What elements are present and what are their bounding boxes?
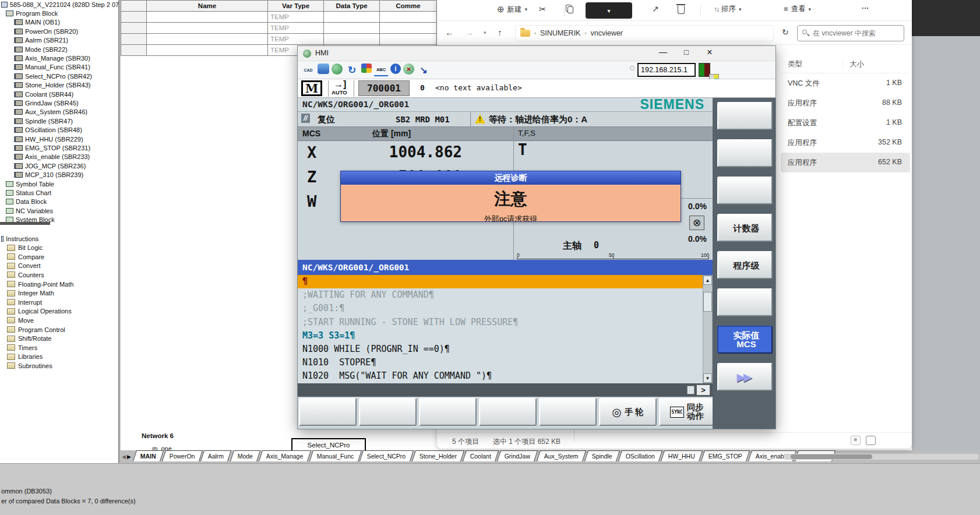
instruction-item[interactable]: Timers: [0, 343, 118, 352]
vnc-toolbar-icon[interactable]: CAD: [301, 64, 315, 76]
block-tab[interactable]: Coolant: [463, 450, 499, 461]
hmi-titlebar[interactable]: HMI — □ ×: [298, 46, 775, 61]
tree-item[interactable]: PowerOn (SBR20): [0, 27, 118, 36]
file-row[interactable]: 应用程序 88 KB: [781, 93, 910, 113]
vnc-toolbar-icon[interactable]: ABC: [374, 64, 388, 76]
instruction-item[interactable]: Convert: [0, 262, 118, 271]
tree-item[interactable]: EMG_STOP (SBR231): [0, 143, 118, 152]
instruction-item[interactable]: Bit Logic: [0, 243, 118, 252]
cut-button[interactable]: ✂: [535, 2, 551, 17]
close-button[interactable]: ×: [701, 47, 718, 58]
tree-item[interactable]: Program Block: [0, 9, 118, 17]
new-button[interactable]: ⊕ 新建 ▾: [493, 2, 531, 17]
tree-item[interactable]: Mode (SBR22): [0, 45, 118, 54]
tree-item[interactable]: Aux_System (SBR46): [0, 108, 118, 117]
maximize-button[interactable]: □: [678, 48, 695, 57]
tree-item[interactable]: Coolant (SBR44): [0, 90, 118, 98]
file-row[interactable]: 应用程序 652 KB: [781, 153, 910, 172]
block-tab[interactable]: Axis_Manage: [259, 450, 311, 461]
var-row[interactable]: TEMP: [121, 12, 437, 23]
scroll-down-icon[interactable]: ▼: [703, 373, 712, 383]
history-chevron-icon[interactable]: ▾: [484, 30, 487, 36]
softkey[interactable]: [717, 288, 773, 316]
block-tab[interactable]: OScillation: [618, 450, 662, 461]
copy-button[interactable]: [562, 2, 577, 16]
softkey[interactable]: [299, 398, 357, 426]
instruction-item[interactable]: Libraries: [0, 352, 118, 362]
tree-item[interactable]: JOG_MCP (SBR236): [0, 161, 118, 170]
scroll-thumb[interactable]: [703, 292, 712, 312]
hscroll-right-icon[interactable]: >: [696, 385, 710, 396]
tree-hscrollbar-thumb[interactable]: [0, 222, 50, 225]
softkey[interactable]: [359, 398, 417, 426]
project-root[interactable]: 585-088_X_V221024 (828D Step 2 07.0: [0, 0, 118, 9]
vnc-toolbar-icon[interactable]: ×: [403, 64, 414, 75]
var-type-cell[interactable]: TEMP: [268, 12, 324, 23]
tree-item[interactable]: MCP_310 (SBR239): [0, 170, 118, 179]
col-comment[interactable]: Comme: [380, 1, 437, 12]
tree-item[interactable]: Axis_enable (SBR233): [0, 153, 118, 161]
column-type[interactable]: 类型: [788, 59, 802, 69]
tree-item[interactable]: GrindJaw (SBR45): [0, 98, 118, 107]
col-data-type[interactable]: Data Type: [324, 1, 380, 12]
instruction-item[interactable]: Integer Math: [0, 288, 118, 298]
tabbar-scroll-track[interactable]: [784, 454, 979, 460]
block-tab[interactable]: Mode: [230, 450, 260, 461]
softkey[interactable]: ◎ 手 轮: [599, 398, 657, 426]
tree-item[interactable]: Axis_Manage (SBR30): [0, 54, 118, 62]
softkey[interactable]: 程序级: [717, 251, 773, 279]
large-icons-view-icon[interactable]: [866, 436, 876, 445]
softkey[interactable]: [717, 177, 773, 204]
details-view-icon[interactable]: ≡: [851, 436, 861, 445]
block-tab[interactable]: Stone_Holder: [412, 450, 464, 461]
tabbar-scroll-thumb[interactable]: [791, 454, 872, 459]
share-button[interactable]: ↗: [648, 2, 663, 16]
block-tab[interactable]: Select_NCPro: [359, 450, 414, 461]
instruction-item[interactable]: Shift/Rotate: [0, 334, 118, 343]
tree-item[interactable]: HW_HHU (SBR229): [0, 135, 118, 143]
vnc-toolbar-icon[interactable]: ↘: [417, 64, 431, 76]
vnc-toolbar-icon[interactable]: i: [390, 64, 401, 74]
instruction-item[interactable]: Subroutines: [0, 361, 118, 371]
instruction-item[interactable]: Floating-Point Math: [0, 280, 118, 289]
dialog-title[interactable]: 远程诊断: [341, 171, 681, 185]
tree-item[interactable]: Symbol Table: [0, 179, 118, 188]
search-input[interactable]: 在 vncviewer 中搜索: [797, 25, 904, 41]
vnc-toolbar-icon[interactable]: ↻: [345, 64, 359, 76]
program-editor[interactable]: ¶ ;WAITING FOR ANY COMMAND¶ ;_G001:¶ ;ST…: [298, 275, 703, 383]
tree-item[interactable]: Manual_Func (SBR41): [0, 63, 118, 72]
tree-item[interactable]: MAIN (OB1): [0, 18, 118, 27]
vnc-toolbar-icon[interactable]: [361, 64, 372, 73]
softkey[interactable]: ▶▶: [717, 363, 773, 391]
softkey[interactable]: 实际值MCS: [717, 326, 773, 354]
instruction-item[interactable]: Counters: [0, 270, 118, 280]
refresh-icon[interactable]: ↻: [782, 27, 789, 37]
tree-item[interactable]: OScillation (SBR48): [0, 125, 118, 134]
variable-table[interactable]: Name Var Type Data Type Comme TEMP TEMP: [121, 0, 437, 45]
softkey[interactable]: [539, 398, 597, 426]
breadcrumb-item[interactable]: SINUMERIK: [540, 29, 580, 37]
vnc-toolbar-icon[interactable]: [332, 64, 343, 75]
up-icon[interactable]: ↑: [498, 27, 502, 37]
tree-item[interactable]: Stone_Holder (SBR43): [0, 81, 118, 90]
file-row[interactable]: VNC 文件 1 KB: [781, 73, 910, 93]
file-row[interactable]: 配置设置 1 KB: [781, 113, 910, 133]
softkey[interactable]: [419, 398, 477, 426]
block-tab[interactable]: Aalrm: [200, 450, 232, 461]
tree-item[interactable]: Spindle (SBR47): [0, 117, 118, 125]
block-tab[interactable]: HW_HHU: [661, 450, 703, 461]
tree-item[interactable]: Aalrm (SBR21): [0, 36, 118, 45]
block-tab[interactable]: PowerOn: [162, 450, 203, 461]
var-type-cell[interactable]: TEMP: [268, 23, 324, 34]
view-button[interactable]: ≡ 查看 ▾: [780, 2, 815, 16]
instruction-item[interactable]: Compare: [0, 252, 118, 262]
instruction-item[interactable]: Logical Operations: [0, 307, 118, 316]
instruction-item[interactable]: Move: [0, 316, 118, 325]
column-size[interactable]: 大小: [849, 59, 864, 69]
back-icon[interactable]: ←: [445, 27, 454, 37]
col-name[interactable]: Name: [147, 1, 268, 12]
tab-scroll-left-icon[interactable]: ◀: [122, 454, 126, 460]
softkey[interactable]: [479, 398, 537, 426]
vnc-toolbar-icon[interactable]: [318, 64, 329, 74]
breadcrumb[interactable]: › SINUMERIK › vncviewer: [515, 25, 774, 41]
